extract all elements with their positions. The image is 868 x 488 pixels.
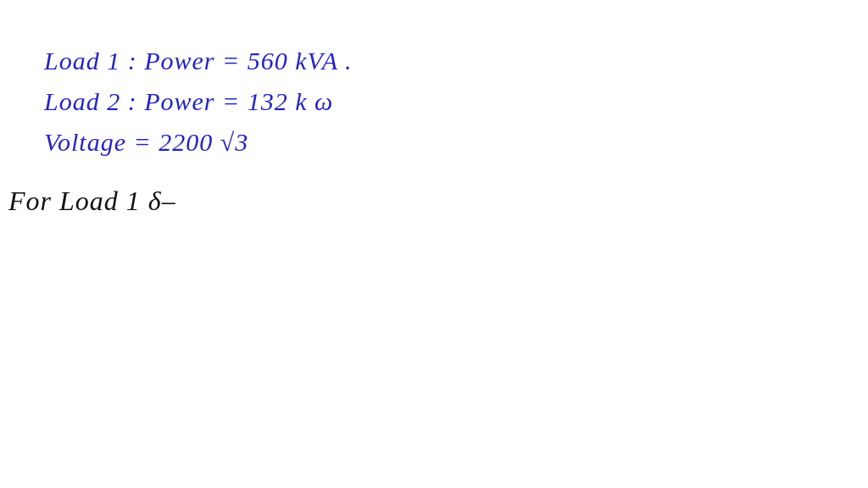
handwritten-notes-svg: Load 1 : Power = 560 kVA . Load 2 : Powe…	[0, 0, 868, 488]
for-load1-text: For Load 1 δ–	[8, 186, 176, 216]
load1-text: Load 1 : Power = 560 kVA .	[43, 47, 352, 75]
load2-text: Load 2 : Power = 132 k ω	[43, 87, 333, 115]
voltage-text: Voltage = 2200 √3	[44, 128, 248, 156]
page-content: Load 1 : Power = 560 kVA . Load 2 : Powe…	[0, 0, 868, 488]
